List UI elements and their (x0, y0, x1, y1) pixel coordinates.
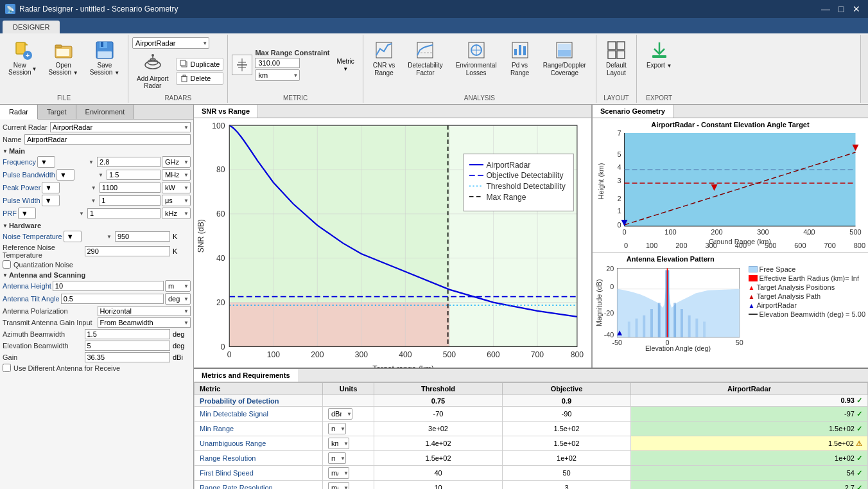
pulse-width-dropdown-wrapper[interactable]: ▼ (42, 195, 98, 206)
pulse-width-unit[interactable]: μs (162, 195, 191, 206)
noise-temp-label[interactable]: Noise Temperature (3, 233, 62, 240)
pd-vs-range-button[interactable]: Pd vsRange (504, 37, 536, 80)
tab-environment[interactable]: Environment (76, 105, 135, 119)
tx-antenna-gain-wrapper[interactable]: From Beamwidth (98, 317, 191, 328)
ribbon-tab-designer[interactable]: DESIGNER (3, 21, 60, 33)
export-button[interactable]: Export ▼ (641, 37, 678, 72)
prf-input[interactable] (87, 208, 161, 218)
new-session-button[interactable]: + NewSession ▼ (4, 37, 42, 78)
tab-metrics-requirements[interactable]: Metrics and Requirements (194, 369, 298, 382)
frequency-label[interactable]: Frequency (3, 158, 36, 166)
name-input[interactable] (24, 134, 191, 145)
peak-power-label[interactable]: Peak Power (3, 184, 40, 191)
range-res-unit-wrapper[interactable]: m (328, 452, 347, 464)
tx-antenna-gain-select[interactable]: From Beamwidth (98, 317, 191, 328)
environmental-losses-button[interactable]: EnvironmentalLosses (450, 37, 503, 80)
pulse-width-input[interactable] (99, 195, 161, 206)
antenna-tilt-unit-wrapper[interactable]: deg (165, 293, 191, 305)
min-range-metric[interactable]: Min Range (195, 422, 323, 436)
min-det-unit-select[interactable]: dBm (328, 408, 352, 420)
cnr-vs-range-button[interactable]: CNR vsRange (367, 37, 401, 80)
radar-dropdown[interactable]: AirportRadar (132, 37, 209, 49)
pulse-width-unit-wrapper[interactable]: μs (162, 195, 191, 206)
rrr-unit-wrapper[interactable]: m/s (328, 482, 351, 489)
min-det-unit-wrapper[interactable]: dBm (328, 408, 354, 420)
close-button[interactable]: ✕ (850, 3, 863, 15)
antenna-polarization-wrapper[interactable]: Horizontal (98, 306, 191, 316)
maximize-button[interactable]: □ (835, 3, 847, 15)
gain-input[interactable] (85, 352, 171, 362)
metric-unit-wrapper[interactable]: km (255, 69, 300, 81)
pulse-width-label[interactable]: Pulse Width (3, 197, 40, 204)
ribbon-scrollbar[interactable] (860, 35, 868, 103)
min-detectable-signal-metric[interactable]: Min Detectable Signal (195, 407, 323, 422)
unambiguous-range-metric[interactable]: Unambiguous Range (195, 436, 323, 451)
antenna-height-unit[interactable]: m (165, 280, 191, 292)
frequency-dropdown-wrapper[interactable]: ▼ (37, 156, 96, 168)
default-layout-button[interactable]: DefaultLayout (600, 37, 632, 80)
rrr-unit-select[interactable]: m/s (328, 482, 349, 489)
metric-unit-select[interactable]: km (255, 69, 300, 81)
prf-dropdown-wrapper[interactable]: ▼ (18, 208, 86, 219)
prf-unit[interactable]: kHz (162, 208, 191, 219)
antenna-height-input[interactable] (53, 281, 164, 291)
frequency-dropdown[interactable]: ▼ (37, 156, 55, 168)
peak-power-unit-wrapper[interactable]: kW (162, 182, 191, 193)
pulse-bandwidth-input[interactable] (107, 170, 161, 180)
noise-temp-input[interactable] (115, 231, 170, 242)
range-rate-resolution-metric[interactable]: Range Rate Resolution (195, 481, 323, 490)
fbs-unit-wrapper[interactable]: m/s (328, 467, 351, 479)
range-doppler-coverage-button[interactable]: Range/DopplerCoverage (537, 37, 592, 80)
antenna-tilt-unit[interactable]: deg (165, 293, 191, 305)
minimize-button[interactable]: — (819, 3, 832, 15)
detectability-factor-button[interactable]: DetectabilityFactor (402, 37, 448, 80)
fbs-unit-select[interactable]: m/s (328, 467, 349, 479)
ref-noise-temp-input[interactable] (85, 246, 171, 256)
radar-select-wrapper[interactable]: AirportRadar (132, 37, 209, 49)
tab-scenario-geometry[interactable]: Scenario Geometry (593, 105, 673, 118)
delete-button[interactable]: Delete (176, 72, 224, 85)
pulse-bandwidth-label[interactable]: Pulse Bandwidth (3, 171, 55, 179)
current-radar-select[interactable]: AirportRadar (50, 122, 191, 132)
prf-label[interactable]: PRF (3, 209, 17, 217)
antenna-height-label[interactable]: Antenna Height (3, 282, 51, 290)
metric-dropdown-btn[interactable]: Metric ▼ (333, 55, 359, 75)
min-range-unit-select[interactable]: m (328, 423, 346, 434)
tab-target[interactable]: Target (38, 105, 76, 119)
prf-unit-wrapper[interactable]: kHz (162, 208, 191, 219)
peak-power-input[interactable] (100, 182, 161, 193)
peak-power-unit[interactable]: kW (162, 182, 191, 193)
tab-radar[interactable]: Radar (0, 105, 38, 120)
prf-dropdown[interactable]: ▼ (18, 208, 36, 219)
first-blind-speed-metric[interactable]: First Blind Speed (195, 466, 323, 481)
antenna-tilt-input[interactable] (61, 294, 164, 304)
pulse-bandwidth-unit-wrapper[interactable]: MHz (162, 169, 191, 181)
metric-value-input[interactable] (255, 58, 300, 68)
current-radar-select-wrapper[interactable]: AirportRadar (50, 122, 191, 132)
metrics-table-container[interactable]: Metric Units Threshold Objective Airport… (194, 382, 868, 489)
unambiguous-range-unit-wrapper[interactable]: km (328, 438, 351, 449)
pulse-bandwidth-dropdown[interactable]: ▼ (56, 169, 74, 181)
pulse-bandwidth-unit[interactable]: MHz (162, 169, 191, 181)
antenna-tilt-label[interactable]: Antenna Tilt Angle (3, 295, 60, 303)
min-range-unit-wrapper[interactable]: m (328, 423, 347, 434)
antenna-height-unit-wrapper[interactable]: m (165, 280, 191, 292)
antenna-polarization-select[interactable]: Horizontal (98, 306, 191, 316)
noise-temp-dropdown[interactable]: ▼ (64, 231, 82, 242)
frequency-unit-wrapper[interactable]: GHz (162, 156, 191, 168)
pulse-width-dropdown[interactable]: ▼ (42, 195, 60, 206)
noise-temp-dropdown-wrapper[interactable]: ▼ (64, 231, 114, 242)
range-res-unit-select[interactable]: m (328, 452, 346, 464)
open-session-button[interactable]: OpenSession ▼ (44, 37, 83, 78)
unambiguous-range-unit-select[interactable]: km (328, 438, 349, 449)
frequency-unit[interactable]: GHz (162, 156, 191, 168)
save-session-button[interactable]: SaveSession ▼ (85, 37, 124, 78)
frequency-input[interactable] (97, 157, 161, 167)
range-resolution-metric[interactable]: Range Resolution (195, 451, 323, 466)
duplicate-button[interactable]: Duplicate (176, 58, 224, 71)
azimuth-bw-input[interactable] (85, 329, 171, 339)
add-airport-radar-button[interactable]: Add AirportRadar (132, 51, 173, 92)
quantization-noise-checkbox[interactable] (3, 260, 11, 269)
diff-antenna-checkbox[interactable] (3, 364, 11, 372)
tab-snr-vs-range[interactable]: SNR vs Range (194, 105, 258, 118)
